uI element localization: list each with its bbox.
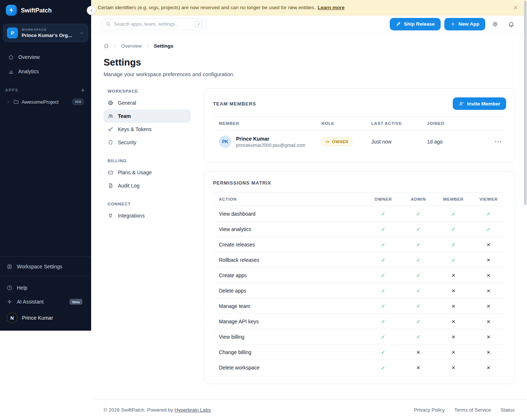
x-icon: ✕: [436, 334, 471, 340]
bell-icon: [508, 21, 515, 27]
card-icon: [108, 170, 113, 175]
breadcrumb: Overview Settings: [104, 43, 515, 49]
permission-row: View billing✓✓✕✕: [213, 329, 506, 345]
permissions-title: PERMISSIONS MATRIX: [213, 180, 271, 186]
breadcrumb-overview[interactable]: Overview: [121, 43, 142, 49]
check-icon: ✓: [366, 211, 401, 217]
settings-nav-item-label: Team: [118, 113, 131, 119]
column-viewer: VIEWER: [471, 193, 506, 206]
sidebar-bottom: Workspace Settings Help AI Assistant Bet…: [0, 256, 91, 331]
check-icon: ✓: [471, 211, 506, 217]
settings-nav-item-label: Plans & Usage: [118, 170, 152, 175]
sidebar-item-analytics[interactable]: Analytics: [4, 64, 87, 78]
sidebar-item-label: Analytics: [18, 68, 39, 74]
content: Overview Settings Settings Manage your w…: [91, 33, 527, 399]
sparkle-icon: [7, 299, 12, 305]
footer-link-terms-of-service[interactable]: Terms of Service: [454, 407, 491, 413]
permissions-table-header: ACTION OWNER ADMIN MEMBER VIEWER: [213, 192, 506, 206]
check-icon: ✓: [436, 242, 471, 248]
close-icon[interactable]: [511, 3, 520, 12]
invite-member-button[interactable]: Invite Member: [453, 97, 506, 110]
permission-row: Rollback releases✓✓✓✕: [213, 252, 506, 268]
workspace-switcher[interactable]: P WORKSPACE Prince Kumar's Org...: [3, 24, 88, 42]
help-label: Help: [17, 285, 27, 291]
chart-icon: [8, 68, 14, 74]
sidebar-collapse-button[interactable]: [87, 6, 96, 15]
banner-message: Certain identifiers (e.g. orgs, projects…: [98, 5, 315, 10]
person-plus-icon: [459, 101, 464, 107]
member-role-cell: OWNER: [315, 133, 365, 151]
check-icon: ✓: [401, 334, 436, 340]
footer-link-status[interactable]: Status: [501, 407, 515, 413]
permission-row: View dashboard✓✓✓✓: [213, 206, 506, 222]
sidebar-item-ai-assistant[interactable]: AI Assistant Beta: [4, 295, 87, 309]
sidebar-item-overview[interactable]: Overview: [4, 50, 87, 64]
chevron-right-icon[interactable]: [6, 100, 11, 104]
workspace-meta: WORKSPACE Prince Kumar's Org...: [22, 28, 72, 38]
chevron-right-icon: [113, 44, 117, 48]
row-actions-button[interactable]: ···: [477, 133, 506, 150]
settings-nav-item-security[interactable]: Security: [104, 136, 191, 149]
add-app-icon[interactable]: [79, 87, 86, 93]
permission-row: Delete workspace✓✕✕✕: [213, 360, 506, 375]
copyright: © 2026 SwiftPatch. Powered by Hyperbrain…: [104, 407, 211, 413]
settings-nav-section-header: CONNECT: [108, 202, 191, 206]
check-icon: ✓: [401, 272, 436, 278]
learn-more-link[interactable]: Learn more: [318, 5, 345, 10]
footer-link-privacy-policy[interactable]: Privacy Policy: [414, 407, 445, 413]
settings-nav-item-label: General: [118, 100, 136, 106]
settings-nav-item-plans-usage[interactable]: Plans & Usage: [104, 166, 191, 179]
member-joined: 1d ago: [421, 134, 477, 150]
scrollbar[interactable]: [524, 1, 527, 205]
notice-banner: Certain identifiers (e.g. orgs, projects…: [91, 0, 527, 15]
permission-row: Create releases✓✓✓✕: [213, 237, 506, 252]
main-column: Certain identifiers (e.g. orgs, projects…: [91, 0, 527, 420]
rocket-icon: [396, 21, 401, 27]
user-profile[interactable]: N Prince Kumar: [0, 309, 91, 331]
x-icon: ✕: [471, 242, 506, 248]
check-icon: ✓: [401, 226, 436, 232]
company-link[interactable]: Hyperbrain Labs: [175, 407, 211, 413]
notifications-button[interactable]: [505, 18, 517, 30]
settings-nav-item-general[interactable]: General: [104, 96, 191, 109]
settings-nav-section-header: BILLING: [108, 159, 191, 163]
x-icon: ✕: [436, 303, 471, 309]
x-icon: ✕: [471, 272, 506, 278]
check-icon: ✓: [401, 303, 436, 309]
x-icon: ✕: [471, 365, 506, 371]
topbar: Search apps, team, settings... / Ship Re…: [91, 15, 527, 33]
column-joined: JOINED: [421, 117, 477, 130]
x-icon: ✕: [471, 349, 506, 355]
theme-toggle-button[interactable]: [489, 18, 501, 30]
sidebar: SwiftPatch P WORKSPACE Prince Kumar's Or…: [0, 0, 91, 331]
check-icon: ✓: [436, 211, 471, 217]
sidebar-item-help[interactable]: Help: [4, 281, 87, 295]
permission-row: Manage API keys✓✓✕✕: [213, 314, 506, 329]
member-identity: Prince Kumar princekumar2000.pks@gmail.c…: [236, 136, 305, 148]
settings-nav-item-audit-log[interactable]: Audit Log: [104, 179, 191, 192]
apps-section-header: APPS: [5, 87, 86, 93]
ship-release-label: Ship Release: [404, 21, 435, 27]
sidebar-item-awesomeproject[interactable]: AwesomeProject iOS: [4, 96, 87, 108]
check-icon: ✓: [366, 272, 401, 278]
new-app-button[interactable]: New App: [444, 18, 485, 30]
app-name: SwiftPatch: [21, 7, 52, 14]
settings-nav-item-integrations[interactable]: Integrations: [104, 209, 191, 222]
permission-action-label: Rollback releases: [213, 252, 366, 267]
permissions-header: PERMISSIONS MATRIX: [213, 180, 506, 186]
settings-nav-item-keys-tokens[interactable]: Keys & Tokens: [104, 123, 191, 136]
x-icon: ✕: [436, 349, 471, 355]
permission-action-label: Change billing: [213, 345, 366, 360]
team-table-header: MEMBER ROLE LAST ACTIVE JOINED: [213, 116, 506, 130]
column-action: ACTION: [213, 193, 366, 206]
permission-action-label: View billing: [213, 329, 366, 344]
member-last-active: Just now: [366, 134, 421, 150]
avatar: N: [7, 312, 18, 323]
settings-nav-item-team[interactable]: Team: [104, 109, 191, 123]
sidebar-item-workspace-settings[interactable]: Workspace Settings: [0, 256, 91, 276]
column-role: ROLE: [315, 117, 365, 130]
search-input[interactable]: Search apps, team, settings... /: [101, 18, 206, 30]
permission-row: Manage team✓✓✕✕: [213, 298, 506, 314]
ship-release-button[interactable]: Ship Release: [390, 18, 441, 30]
home-icon[interactable]: [104, 43, 109, 49]
